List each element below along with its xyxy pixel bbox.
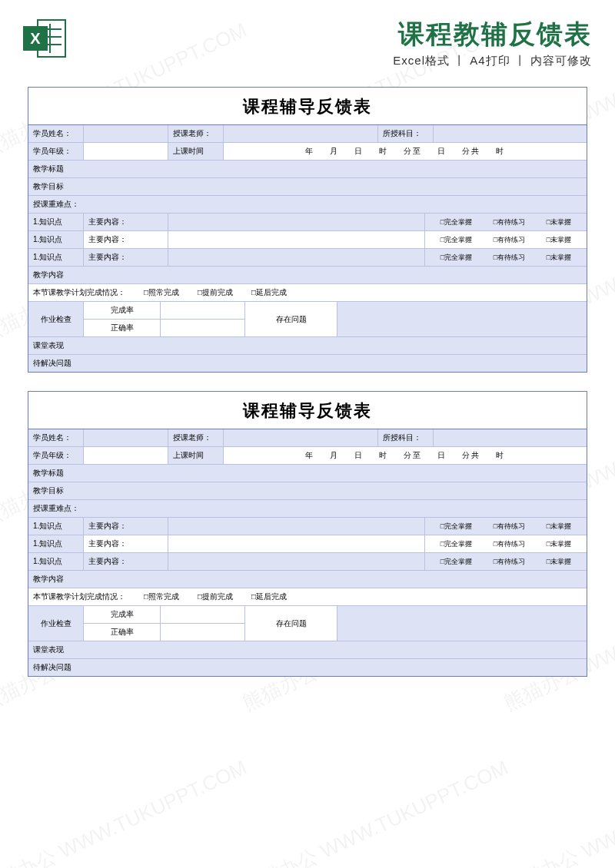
header-title: 课程教辅反馈表: [75, 17, 592, 52]
subject-value[interactable]: [434, 125, 587, 142]
kp2-main-label: 主要内容：: [84, 231, 168, 248]
completion-rate-label: 完成率: [84, 302, 161, 319]
teach-title-label: 教学标题: [28, 161, 587, 177]
teacher-label: 授课老师：: [168, 429, 224, 446]
completion-row[interactable]: 本节课教学计划完成情况： □照常完成 □提前完成 □延后完成: [28, 284, 587, 301]
kp2-label: 1.知识点: [28, 231, 84, 248]
issues-label: 存在问题: [245, 606, 337, 641]
student-name-label: 学员姓名：: [28, 125, 84, 142]
accuracy-rate-label: 正确率: [84, 624, 161, 641]
hw-check-label: 作业检查: [28, 302, 84, 336]
form-title: 课程辅导反馈表: [28, 88, 587, 125]
completion-rate-value[interactable]: [161, 606, 245, 623]
kp3-options[interactable]: □完全掌握□有待练习□未掌握: [425, 553, 587, 570]
kp3-options[interactable]: □完全掌握□有待练习□未掌握: [425, 249, 587, 266]
kp2-options[interactable]: □完全掌握□有待练习□未掌握: [425, 231, 587, 248]
class-perf-label: 课堂表现: [28, 337, 587, 354]
kp3-main-label: 主要内容：: [84, 553, 168, 570]
subject-label: 所授科目：: [378, 429, 434, 446]
kp1-options[interactable]: □完全掌握□有待练习□未掌握: [425, 518, 587, 535]
kp1-main-label: 主要内容：: [84, 518, 168, 535]
teach-goal-label: 教学目标: [28, 178, 587, 195]
kp1-options[interactable]: □完全掌握□有待练习□未掌握: [425, 214, 587, 230]
page-header: X 课程教辅反馈表 Excel格式 丨 A4打印 丨 内容可修改: [0, 0, 615, 73]
kp2-main-value[interactable]: [168, 231, 425, 248]
excel-icon: X: [23, 17, 66, 60]
key-points-label: 授课重难点：: [28, 196, 587, 213]
teach-title-label: 教学标题: [28, 465, 587, 482]
kp2-label: 1.知识点: [28, 535, 84, 552]
hw-check-label: 作业检查: [28, 606, 84, 641]
kp1-main-value[interactable]: [168, 214, 425, 230]
teach-goal-label: 教学目标: [28, 482, 587, 499]
class-time-label: 上课时间: [168, 143, 224, 160]
kp3-label: 1.知识点: [28, 249, 84, 266]
student-name-label: 学员姓名：: [28, 429, 84, 446]
kp1-label: 1.知识点: [28, 214, 84, 230]
feedback-form-2: 课程辅导反馈表 学员姓名： 授课老师： 所授科目： 学员年级： 上课时间 年 月…: [28, 391, 587, 677]
kp2-main-label: 主要内容：: [84, 535, 168, 552]
issues-label: 存在问题: [245, 302, 337, 336]
completion-rate-value[interactable]: [161, 302, 245, 319]
kp1-main-label: 主要内容：: [84, 214, 168, 230]
teacher-label: 授课老师：: [168, 125, 224, 142]
pending-label: 待解决问题: [28, 355, 587, 372]
class-time-value[interactable]: 年 月 日 时 分至 日 分共 时: [224, 143, 587, 160]
kp2-options[interactable]: □完全掌握□有待练习□未掌握: [425, 535, 587, 552]
grade-value[interactable]: [84, 447, 168, 464]
subject-label: 所授科目：: [378, 125, 434, 142]
completion-rate-label: 完成率: [84, 606, 161, 623]
student-name-value[interactable]: [84, 125, 168, 142]
page-area: 课程辅导反馈表 学员姓名： 授课老师： 所授科目： 学员年级： 上课时间 年 月…: [28, 87, 587, 677]
class-time-value[interactable]: 年 月 日 时 分至 日 分共 时: [224, 447, 587, 464]
teach-content-label: 教学内容: [28, 571, 587, 588]
grade-label: 学员年级：: [28, 447, 84, 464]
kp3-main-label: 主要内容：: [84, 249, 168, 266]
kp3-main-value[interactable]: [168, 553, 425, 570]
teacher-value[interactable]: [224, 429, 378, 446]
teacher-value[interactable]: [224, 125, 378, 142]
completion-row[interactable]: 本节课教学计划完成情况： □照常完成 □提前完成 □延后完成: [28, 588, 587, 605]
key-points-label: 授课重难点：: [28, 500, 587, 517]
issues-value[interactable]: [337, 302, 587, 336]
kp3-main-value[interactable]: [168, 249, 425, 266]
teach-content-label: 教学内容: [28, 267, 587, 283]
header-subtitle: Excel格式 丨 A4打印 丨 内容可修改: [75, 54, 592, 68]
issues-value[interactable]: [337, 606, 587, 641]
class-perf-label: 课堂表现: [28, 641, 587, 658]
grade-value[interactable]: [84, 143, 168, 160]
kp3-label: 1.知识点: [28, 553, 84, 570]
subject-value[interactable]: [434, 429, 587, 446]
pending-label: 待解决问题: [28, 659, 587, 676]
kp1-main-value[interactable]: [168, 518, 425, 535]
accuracy-rate-label: 正确率: [84, 320, 161, 336]
accuracy-rate-value[interactable]: [161, 624, 245, 641]
accuracy-rate-value[interactable]: [161, 320, 245, 336]
form-title: 课程辅导反馈表: [28, 392, 587, 429]
class-time-label: 上课时间: [168, 447, 224, 464]
kp2-main-value[interactable]: [168, 535, 425, 552]
student-name-value[interactable]: [84, 429, 168, 446]
grade-label: 学员年级：: [28, 143, 84, 160]
feedback-form-1: 课程辅导反馈表 学员姓名： 授课老师： 所授科目： 学员年级： 上课时间 年 月…: [28, 87, 587, 373]
kp1-label: 1.知识点: [28, 518, 84, 535]
